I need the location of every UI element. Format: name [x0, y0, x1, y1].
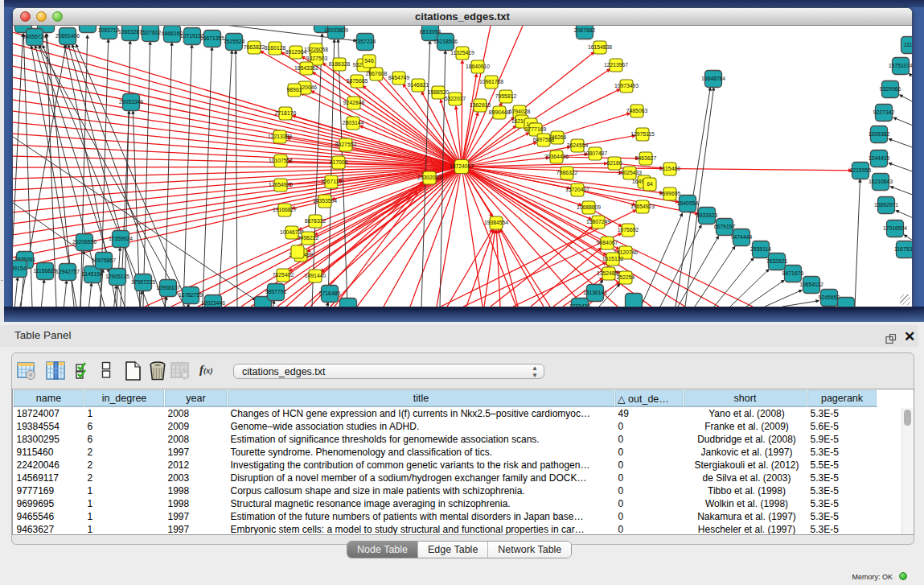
svg-text:12023446: 12023446: [201, 300, 225, 306]
svg-text:11325419: 11325419: [450, 50, 474, 56]
svg-text:9115460: 9115460: [659, 166, 680, 171]
svg-text:9227342: 9227342: [873, 109, 895, 115]
svg-text:1093719: 1093719: [98, 27, 120, 33]
svg-text:7663822: 7663822: [244, 44, 265, 50]
svg-text:546: 546: [364, 58, 374, 64]
svg-text:17359924: 17359924: [109, 236, 133, 241]
svg-text:15720407: 15720407: [565, 187, 589, 192]
svg-text:9857791: 9857791: [265, 289, 287, 295]
svg-text:16543362: 16543362: [294, 65, 318, 71]
svg-text:13226058: 13226058: [304, 47, 328, 52]
svg-text:8215955: 8215955: [850, 167, 872, 173]
svg-text:7955812: 7955812: [495, 93, 517, 99]
svg-text:9245652: 9245652: [819, 295, 840, 300]
svg-text:15807249: 15807249: [586, 219, 610, 225]
svg-text:17016504: 17016504: [883, 225, 907, 231]
svg-text:19218506: 19218506: [433, 39, 458, 44]
svg-text:1145194: 1145194: [82, 271, 103, 277]
svg-text:99154: 99154: [13, 266, 27, 271]
svg-text:16210643: 16210643: [869, 179, 893, 184]
svg-text:5875685: 5875685: [347, 78, 368, 84]
svg-text:2718176: 2718176: [275, 110, 297, 116]
svg-text:9242848: 9242848: [343, 100, 365, 105]
svg-text:16782759: 16782759: [179, 292, 203, 298]
svg-text:8471676: 8471676: [782, 270, 804, 276]
svg-text:10046736: 10046736: [280, 229, 304, 235]
svg-text:1733426: 1733426: [569, 303, 591, 307]
svg-text:9146821: 9146821: [408, 82, 429, 88]
svg-text:64: 64: [647, 181, 653, 187]
svg-text:9084067: 9084067: [597, 240, 618, 245]
svg-text:20364436: 20364436: [544, 154, 569, 159]
svg-text:10653267: 10653267: [118, 29, 142, 35]
svg-text:10958107: 10958107: [156, 285, 180, 290]
svg-text:17654925: 17654925: [269, 182, 293, 187]
svg-text:6794028: 6794028: [509, 109, 531, 114]
svg-text:10961768: 10961768: [479, 79, 503, 84]
svg-text:19166827: 19166827: [273, 207, 297, 212]
svg-text:12942757: 12942757: [55, 269, 80, 274]
svg-text:1527602: 1527602: [140, 30, 162, 35]
svg-text:3498222: 3498222: [298, 235, 319, 241]
svg-text:7632621: 7632621: [766, 258, 788, 264]
svg-text:10688609: 10688609: [577, 204, 601, 210]
svg-text:2087682: 2087682: [574, 27, 596, 33]
svg-text:16154838: 16154838: [588, 44, 612, 50]
svg-text:20206556: 20206556: [72, 239, 97, 245]
svg-text:11156829: 11156829: [33, 268, 56, 274]
svg-text:14353594: 14353594: [313, 198, 337, 204]
svg-text:8186328: 8186328: [329, 61, 351, 67]
svg-text:8933923: 8933923: [696, 212, 718, 218]
svg-text:2803144: 2803144: [343, 120, 364, 126]
svg-text:8878332: 8878332: [305, 218, 326, 224]
svg-text:3267110: 3267110: [321, 179, 342, 184]
svg-text:23302033: 23302033: [417, 175, 441, 180]
svg-text:7625402: 7625402: [273, 272, 294, 278]
svg-text:1362615: 1362615: [470, 102, 491, 108]
svg-text:9777169: 9777169: [525, 126, 547, 132]
svg-text:15751074: 15751074: [889, 63, 912, 68]
svg-text:1491440: 1491440: [305, 273, 326, 278]
svg-text:9463627: 9463627: [635, 155, 657, 161]
svg-text:1209382: 1209382: [869, 131, 890, 137]
svg-text:6497568: 6497568: [533, 137, 555, 142]
svg-text:18724007: 18724007: [450, 163, 474, 169]
svg-text:1640954: 1640954: [677, 200, 699, 206]
svg-text:2935114: 2935114: [750, 246, 771, 252]
svg-text:1167533: 1167533: [894, 246, 912, 252]
svg-text:12905135: 12905135: [105, 274, 129, 279]
svg-text:6679197: 6679197: [714, 224, 736, 229]
svg-text:7485063: 7485063: [626, 108, 648, 113]
svg-text:10973493: 10973493: [614, 83, 639, 89]
svg-text:12213389: 12213389: [268, 134, 292, 139]
svg-text:1615132: 1615132: [602, 256, 624, 262]
svg-text:29053346: 29053346: [119, 99, 143, 105]
svg-text:1244415: 1244415: [869, 155, 890, 161]
svg-text:1112: 1112: [904, 42, 912, 47]
svg-text:12975115: 12975115: [630, 131, 655, 137]
svg-text:1075692: 1075692: [618, 227, 639, 233]
svg-text:9329966: 9329966: [880, 86, 901, 92]
svg-text:62160: 62160: [607, 160, 622, 166]
svg-text:5322037: 5322037: [445, 96, 466, 101]
svg-text:98961: 98961: [287, 87, 302, 93]
svg-text:20691406: 20691406: [55, 33, 80, 39]
svg-text:7986322: 7986322: [556, 170, 578, 175]
svg-text:18640910: 18640910: [466, 64, 490, 69]
svg-text:16648784: 16648784: [701, 76, 725, 81]
svg-text:10107554: 10107554: [269, 158, 293, 163]
svg-text:8160128: 8160128: [265, 45, 286, 51]
svg-text:19654923: 19654923: [630, 204, 655, 209]
svg-text:10025433: 10025433: [618, 170, 642, 175]
svg-text:8454749: 8454749: [388, 75, 410, 80]
svg-text:8990448: 8990448: [489, 109, 511, 115]
svg-text:9699695: 9699695: [659, 191, 681, 196]
svg-text:14055724: 14055724: [23, 34, 47, 39]
svg-text:8813054: 8813054: [420, 29, 441, 35]
svg-text:3624554: 3624554: [567, 142, 589, 148]
svg-text:19384554: 19384554: [484, 220, 508, 225]
svg-text:17957225: 17957225: [131, 279, 155, 285]
svg-text:9474444: 9474444: [731, 234, 753, 240]
svg-text:12213967: 12213967: [604, 62, 628, 68]
svg-text:417006: 417006: [330, 159, 348, 165]
